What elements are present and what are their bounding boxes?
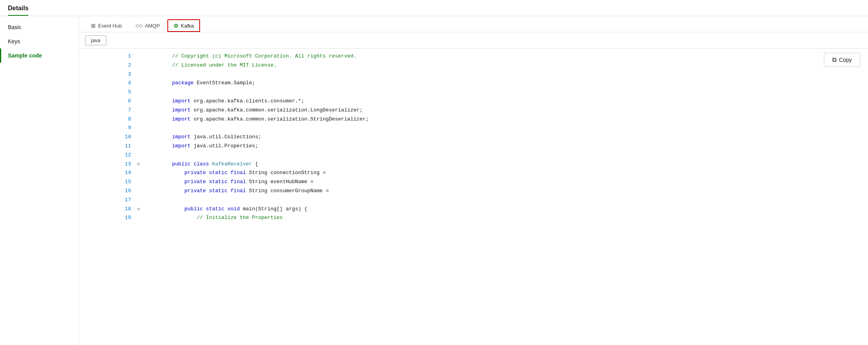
- collapse-cell: ⊟: [134, 205, 170, 214]
- copy-button[interactable]: ⧉ Copy: [824, 53, 860, 67]
- code-line: // Copyright (c) Microsoft Corporation. …: [170, 52, 868, 61]
- tab-event-hub[interactable]: ⊞ Event Hub: [85, 20, 128, 32]
- collapse-cell: [134, 106, 170, 115]
- line-number: 18: [79, 205, 134, 214]
- collapse-cell: [134, 52, 170, 61]
- code-line: import java.util.Collections;: [170, 133, 868, 142]
- tabs-bar: ⊞ Event Hub ◇◇ AMQP ✿ Kafka: [79, 16, 868, 32]
- table-row: 17: [79, 196, 868, 205]
- table-row: 19 // Initialize the Properties: [79, 213, 868, 223]
- line-number: 7: [79, 106, 134, 115]
- collapse-cell: [134, 213, 170, 223]
- collapse-icon[interactable]: ⊟: [136, 207, 142, 211]
- table-row: 15 private static final String eventHubN…: [79, 178, 868, 187]
- line-number: 13: [79, 160, 134, 169]
- code-line: import org.apache.kafka.common.serializa…: [170, 106, 868, 115]
- sidebar-item-basic[interactable]: Basic: [0, 20, 78, 34]
- collapse-cell: [134, 187, 170, 196]
- code-line: private static final String connectionSt…: [170, 169, 868, 178]
- event-hub-icon: ⊞: [91, 22, 96, 29]
- code-line: private static final String consumerGrou…: [170, 187, 868, 196]
- tab-amqp-label: AMQP: [145, 23, 160, 29]
- line-number: 5: [79, 88, 134, 97]
- tab-kafka[interactable]: ✿ Kafka: [167, 19, 200, 32]
- sidebar-item-sample-code[interactable]: Sample code: [0, 48, 78, 63]
- table-row: 18 ⊟ public static void main(String[] ar…: [79, 205, 868, 214]
- table-row: 12: [79, 151, 868, 160]
- language-selector-bar: java: [79, 32, 868, 49]
- line-number: 10: [79, 133, 134, 142]
- code-line: import java.util.Properties;: [170, 142, 868, 151]
- code-line: [170, 196, 868, 205]
- collapse-cell: [134, 79, 170, 88]
- code-line: import org.apache.kafka.common.serializa…: [170, 115, 868, 124]
- line-number: 16: [79, 187, 134, 196]
- collapse-cell: [134, 61, 170, 70]
- table-row: 9: [79, 124, 868, 133]
- table-row: 11 import java.util.Properties;: [79, 142, 868, 151]
- sidebar: Basic Keys Sample code: [0, 16, 79, 345]
- code-line: // Licensed under the MIT License.: [170, 61, 868, 70]
- table-row: 5: [79, 88, 868, 97]
- code-line: public static void main(String[] args) {: [170, 205, 868, 214]
- table-row: 6 import org.apache.kafka.clients.consum…: [79, 97, 868, 106]
- lang-java-button[interactable]: java: [85, 35, 106, 45]
- line-number: 12: [79, 151, 134, 160]
- code-line: // Initialize the Properties: [170, 213, 868, 223]
- copy-button-container: ⧉ Copy: [824, 53, 860, 67]
- title-bar: Details: [0, 0, 868, 16]
- collapse-cell: [134, 124, 170, 133]
- line-number: 17: [79, 196, 134, 205]
- sidebar-item-keys[interactable]: Keys: [0, 34, 78, 48]
- code-line: package EventStream.Sample;: [170, 79, 868, 88]
- collapse-icon[interactable]: ⊟: [136, 162, 142, 167]
- content-area: ⊞ Event Hub ◇◇ AMQP ✿ Kafka java: [79, 16, 868, 345]
- table-row: 13 ⊟ public class KafkaReceiver {: [79, 160, 868, 169]
- collapse-cell: [134, 70, 170, 79]
- code-line: [170, 124, 868, 133]
- code-line: import org.apache.kafka.clients.consumer…: [170, 97, 868, 106]
- tab-amqp[interactable]: ◇◇ AMQP: [130, 20, 166, 32]
- line-number: 9: [79, 124, 134, 133]
- code-line: private static final String eventHubName…: [170, 178, 868, 187]
- table-row: 14 private static final String connectio…: [79, 169, 868, 178]
- collapse-cell: [134, 151, 170, 160]
- collapse-cell: [134, 196, 170, 205]
- collapse-cell: [134, 142, 170, 151]
- code-panel: ⧉ Copy 1 // Copyright (c) Microsoft Corp…: [79, 49, 868, 345]
- table-row: 3: [79, 70, 868, 79]
- line-number: 1: [79, 52, 134, 61]
- collapse-cell: [134, 115, 170, 124]
- collapse-cell: [134, 169, 170, 178]
- line-number: 4: [79, 79, 134, 88]
- line-number: 3: [79, 70, 134, 79]
- collapse-cell: [134, 133, 170, 142]
- page-title: Details: [8, 5, 28, 16]
- table-row: 16 private static final String consumerG…: [79, 187, 868, 196]
- code-line: [170, 151, 868, 160]
- tab-event-hub-label: Event Hub: [98, 23, 122, 29]
- code-block[interactable]: 1 // Copyright (c) Microsoft Corporation…: [79, 49, 868, 345]
- line-number: 2: [79, 61, 134, 70]
- table-row: 10 import java.util.Collections;: [79, 133, 868, 142]
- collapse-cell: [134, 97, 170, 106]
- table-row: 8 import org.apache.kafka.common.seriali…: [79, 115, 868, 124]
- table-row: 1 // Copyright (c) Microsoft Corporation…: [79, 52, 868, 61]
- code-table: 1 // Copyright (c) Microsoft Corporation…: [79, 52, 868, 223]
- copy-label: Copy: [839, 57, 852, 63]
- main-layout: Basic Keys Sample code ⊞ Event Hub ◇◇ AM…: [0, 16, 868, 345]
- collapse-cell: ⊟: [134, 160, 170, 169]
- app-container: Details Basic Keys Sample code ⊞ Event H…: [0, 0, 868, 345]
- line-number: 8: [79, 115, 134, 124]
- line-number: 14: [79, 169, 134, 178]
- line-number: 6: [79, 97, 134, 106]
- tab-kafka-label: Kafka: [181, 23, 194, 29]
- line-number: 19: [79, 213, 134, 223]
- amqp-icon: ◇◇: [135, 23, 143, 28]
- line-number: 15: [79, 178, 134, 187]
- table-row: 2 // Licensed under the MIT License.: [79, 61, 868, 70]
- collapse-cell: [134, 178, 170, 187]
- code-line: [170, 70, 868, 79]
- table-row: 7 import org.apache.kafka.common.seriali…: [79, 106, 868, 115]
- code-line: public class KafkaReceiver {: [170, 160, 868, 169]
